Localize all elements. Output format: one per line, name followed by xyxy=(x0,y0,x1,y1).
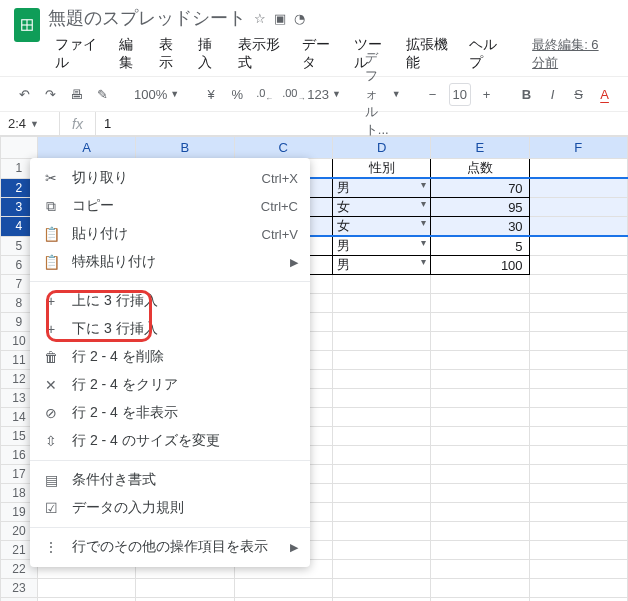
ctx-resize-rows[interactable]: ⇳行 2 - 4 のサイズを変更 xyxy=(30,427,310,455)
cell[interactable]: 5 xyxy=(431,236,529,256)
ctx-cut[interactable]: ✂切り取りCtrl+X xyxy=(30,164,310,192)
paint-format-icon[interactable]: ✎ xyxy=(92,84,112,105)
cond-format-icon: ▤ xyxy=(42,472,60,488)
font-size-minus[interactable]: − xyxy=(423,84,443,105)
redo-icon[interactable]: ↷ xyxy=(40,84,60,105)
plus-icon: + xyxy=(42,293,60,309)
submenu-arrow-icon: ▶ xyxy=(290,256,298,269)
cell[interactable]: 100 xyxy=(431,256,529,275)
more-icon: ⋮ xyxy=(42,539,60,555)
dropdown-cell[interactable]: 女 xyxy=(332,198,430,217)
cell[interactable]: 点数 xyxy=(431,159,529,179)
hide-icon: ⊘ xyxy=(42,405,60,421)
menu-view[interactable]: 表示 xyxy=(152,32,190,76)
ctx-copy[interactable]: ⧉コピーCtrl+C xyxy=(30,192,310,220)
ctx-data-validation[interactable]: ☑データの入力規則 xyxy=(30,494,310,522)
font-size-input[interactable]: 10 xyxy=(449,83,471,106)
dropdown-cell[interactable]: 男 xyxy=(332,178,430,198)
menu-extensions[interactable]: 拡張機能 xyxy=(399,32,461,76)
cell[interactable]: 性別 xyxy=(332,159,430,179)
fx-label: fx xyxy=(60,112,96,135)
ctx-clear-rows[interactable]: ✕行 2 - 4 をクリア xyxy=(30,371,310,399)
scissors-icon: ✂ xyxy=(42,170,60,186)
cell[interactable]: 70 xyxy=(431,178,529,198)
star-icon[interactable]: ☆ xyxy=(254,11,266,26)
italic-button[interactable]: I xyxy=(543,84,563,105)
cell[interactable]: 30 xyxy=(431,217,529,237)
name-box[interactable]: 2:4 ▼ xyxy=(0,112,60,135)
toolbar: ↶ ↷ 🖶 ✎ 100% ▼ ¥ % .0← .00→ 123 ▼ デフォルト.… xyxy=(0,76,628,112)
menu-insert[interactable]: 挿入 xyxy=(191,32,229,76)
last-edit-link[interactable]: 最終編集: 6 分前 xyxy=(532,36,614,72)
resize-icon: ⇳ xyxy=(42,433,60,449)
paste-icon: 📋 xyxy=(42,226,60,242)
font-size-plus[interactable]: + xyxy=(477,84,497,105)
decrease-decimal-icon[interactable]: .0← xyxy=(253,82,273,106)
ctx-hide-rows[interactable]: ⊘行 2 - 4 を非表示 xyxy=(30,399,310,427)
move-icon[interactable]: ▣ xyxy=(274,11,286,26)
context-menu: ✂切り取りCtrl+X ⧉コピーCtrl+C 📋貼り付けCtrl+V 📋特殊貼り… xyxy=(30,158,310,567)
ctx-conditional-format[interactable]: ▤条件付き書式 xyxy=(30,466,310,494)
cell[interactable]: 95 xyxy=(431,198,529,217)
cell[interactable] xyxy=(529,217,627,237)
col-header[interactable]: A xyxy=(37,137,135,159)
currency-icon[interactable]: ¥ xyxy=(201,84,221,105)
text-color-button[interactable]: A xyxy=(595,84,615,105)
submenu-arrow-icon: ▶ xyxy=(290,541,298,554)
cell[interactable] xyxy=(529,159,627,179)
row-header[interactable]: 24 xyxy=(1,598,38,602)
col-header[interactable]: F xyxy=(529,137,627,159)
row-header[interactable]: 23 xyxy=(1,579,38,598)
sheets-logo[interactable] xyxy=(14,8,40,42)
col-header[interactable]: D xyxy=(332,137,430,159)
document-title[interactable]: 無題のスプレッドシート xyxy=(48,6,246,30)
select-all-corner[interactable] xyxy=(1,137,38,159)
col-header[interactable]: E xyxy=(431,137,529,159)
copy-icon: ⧉ xyxy=(42,198,60,215)
menu-data[interactable]: データ xyxy=(295,32,345,76)
ctx-insert-above[interactable]: +上に 3 行挿入 xyxy=(30,287,310,315)
cell[interactable] xyxy=(529,198,627,217)
cloud-icon[interactable]: ◔ xyxy=(294,11,305,26)
cell[interactable] xyxy=(529,256,627,275)
ctx-insert-below[interactable]: +下に 3 行挿入 xyxy=(30,315,310,343)
cell[interactable] xyxy=(529,178,627,198)
paste-special-icon: 📋 xyxy=(42,254,60,270)
undo-icon[interactable]: ↶ xyxy=(14,84,34,105)
plus-icon: + xyxy=(42,321,60,337)
cell[interactable] xyxy=(529,236,627,256)
col-header[interactable]: C xyxy=(234,137,332,159)
ctx-paste-special[interactable]: 📋特殊貼り付け▶ xyxy=(30,248,310,276)
bold-button[interactable]: B xyxy=(517,84,537,105)
menu-format[interactable]: 表示形式 xyxy=(231,32,293,76)
increase-decimal-icon[interactable]: .00→ xyxy=(279,82,299,106)
percent-icon[interactable]: % xyxy=(227,84,247,105)
ctx-delete-rows[interactable]: 🗑行 2 - 4 を削除 xyxy=(30,343,310,371)
dropdown-cell[interactable]: 男 xyxy=(332,236,430,256)
formula-bar[interactable]: 1 xyxy=(96,112,628,135)
dropdown-cell[interactable]: 女 xyxy=(332,217,430,237)
print-icon[interactable]: 🖶 xyxy=(66,84,86,105)
ctx-more-row-actions[interactable]: ⋮行でのその他の操作項目を表示▶ xyxy=(30,533,310,561)
ctx-paste[interactable]: 📋貼り付けCtrl+V xyxy=(30,220,310,248)
col-header[interactable]: B xyxy=(136,137,234,159)
close-icon: ✕ xyxy=(42,377,60,393)
strike-button[interactable]: S xyxy=(569,84,589,105)
trash-icon: 🗑 xyxy=(42,349,60,365)
dropdown-cell[interactable]: 男 xyxy=(332,256,430,275)
number-format-select[interactable]: 123 ▼ xyxy=(305,84,343,105)
validation-icon: ☑ xyxy=(42,500,60,516)
menu-file[interactable]: ファイル xyxy=(48,32,110,76)
menu-edit[interactable]: 編集 xyxy=(112,32,150,76)
zoom-select[interactable]: 100% ▼ xyxy=(132,84,181,105)
menu-help[interactable]: ヘルプ xyxy=(462,32,512,76)
